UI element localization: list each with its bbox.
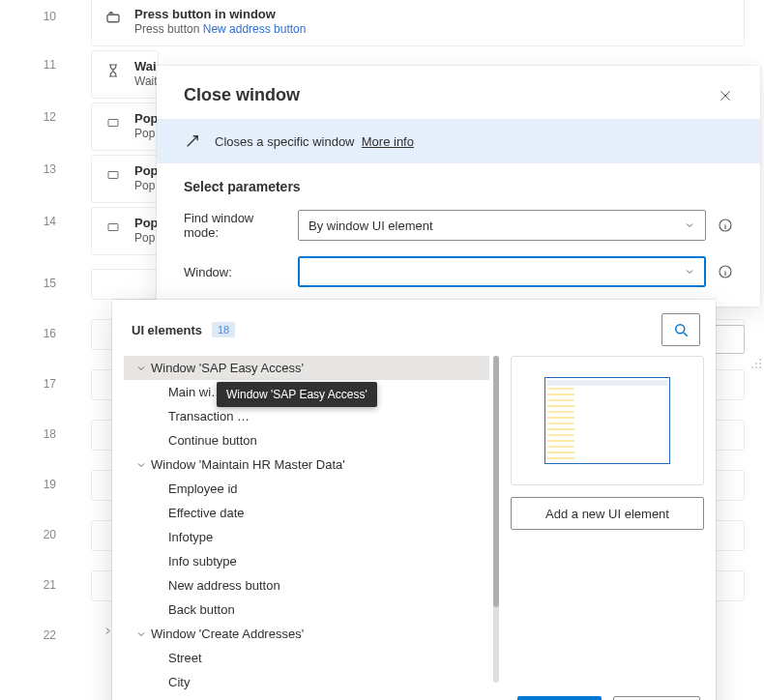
flow-step[interactable]: Pop Pop	[91, 102, 159, 151]
textbox-icon	[103, 165, 123, 185]
tree-item[interactable]: Back button	[124, 598, 489, 622]
window-dropdown[interactable]	[298, 256, 706, 287]
line-number: 22	[29, 628, 56, 642]
line-number: 19	[29, 478, 56, 491]
tree-item[interactable]: Infotype	[124, 525, 489, 549]
svg-point-8	[755, 366, 757, 368]
modal-title: Close window	[184, 85, 300, 105]
ui-elements-count: 18	[212, 322, 235, 337]
tree-item[interactable]: City	[124, 670, 489, 694]
chevron-down-icon	[133, 628, 149, 640]
tree-item[interactable]: Effective date	[124, 501, 489, 525]
tree-group[interactable]: Window 'Create Addresses'	[124, 622, 489, 646]
line-number: 13	[29, 162, 56, 176]
more-info-link[interactable]: More info	[362, 134, 414, 149]
svg-point-5	[755, 363, 757, 365]
svg-rect-1	[108, 120, 118, 127]
tree-item[interactable]: Transaction …	[124, 404, 489, 428]
chevron-down-icon	[133, 363, 149, 374]
close-icon[interactable]	[718, 88, 733, 103]
tree-item[interactable]: Info subtype	[124, 549, 489, 573]
line-number: 20	[29, 528, 56, 541]
cancel-button[interactable]: Cancel	[613, 696, 700, 700]
step-title: Pop	[134, 111, 144, 126]
svg-rect-2	[108, 172, 118, 179]
tooltip: Window 'SAP Easy Access'	[217, 382, 377, 407]
svg-point-4	[759, 359, 761, 361]
action-description: Closes a specific window More info	[157, 119, 760, 163]
preview-thumbnail	[544, 377, 670, 464]
find-mode-label: Find window mode:	[184, 211, 286, 240]
svg-rect-3	[108, 224, 118, 231]
add-ui-element-button[interactable]: Add a new UI element	[511, 497, 704, 530]
step-subtitle: Pop	[134, 127, 144, 140]
tree-group-label: Window 'Maintain HR Master Data'	[149, 457, 345, 472]
hourglass-icon	[103, 61, 123, 80]
resize-handle-icon[interactable]	[750, 356, 764, 369]
step-subtitle: Press button New address button	[134, 22, 730, 36]
window-label: Window:	[184, 265, 286, 279]
tree-group[interactable]: Window 'Maintain HR Master Data'	[124, 452, 489, 477]
chevron-down-icon	[133, 459, 149, 471]
flow-step[interactable]: Press button in window Press button New …	[91, 0, 745, 46]
flow-step[interactable]: Pop Pop	[91, 155, 159, 203]
line-number: 11	[29, 58, 56, 72]
tree-group-label: Window 'Create Addresses'	[149, 627, 304, 641]
line-number: 12	[29, 110, 56, 124]
tree-item[interactable]: Continue button	[124, 428, 489, 452]
flow-step[interactable]: Pop Pop	[91, 207, 159, 255]
step-title: Pop	[134, 216, 144, 230]
chevron-down-icon	[684, 266, 695, 277]
tree-item[interactable]: New address button	[124, 573, 489, 598]
line-number: 14	[29, 215, 56, 228]
element-preview	[511, 356, 704, 485]
info-icon[interactable]	[718, 218, 733, 233]
svg-point-6	[759, 363, 761, 365]
svg-point-7	[751, 366, 753, 368]
tree-item[interactable]: Employee id	[124, 477, 489, 501]
line-number: 17	[29, 377, 56, 391]
find-mode-dropdown[interactable]: By window UI element	[298, 210, 706, 241]
textbox-icon	[103, 218, 123, 237]
svg-point-9	[759, 366, 761, 368]
tree-group-label: Window 'SAP Easy Access'	[149, 361, 304, 375]
tree-item[interactable]: Street	[124, 646, 489, 670]
close-window-icon	[184, 132, 201, 150]
params-heading: Select parameters	[157, 163, 760, 202]
action-description-text: Closes a specific window	[215, 134, 355, 149]
chevron-down-icon	[684, 219, 695, 231]
ui-elements-popup: UI elements 18 Window 'SAP Easy Access' …	[112, 300, 716, 700]
select-button[interactable]: Select	[517, 696, 602, 700]
button-press-icon	[103, 9, 123, 28]
step-title: Pop	[134, 163, 144, 178]
line-number: 18	[29, 427, 56, 441]
step-title: Press button in window	[134, 7, 730, 21]
step-title: Wai	[134, 59, 144, 73]
flow-step[interactable]: Wai Wait	[91, 50, 159, 99]
svg-point-12	[676, 325, 685, 334]
textbox-icon	[103, 113, 123, 132]
line-number: 15	[29, 277, 56, 290]
step-subtitle: Wait	[134, 74, 144, 88]
find-mode-value: By window UI element	[309, 219, 433, 233]
search-button[interactable]	[661, 313, 700, 346]
line-number: 10	[29, 10, 56, 23]
tree-group[interactable]: Window 'SAP Easy Access'	[124, 356, 489, 380]
close-window-modal: Close window Closes a specific window Mo…	[157, 66, 760, 306]
step-subtitle: Pop	[134, 231, 144, 245]
svg-rect-0	[107, 15, 119, 22]
step-subtitle: Pop	[134, 179, 144, 192]
line-number: 16	[29, 327, 56, 340]
ui-elements-title: UI elements	[132, 323, 202, 337]
line-number: 21	[29, 578, 56, 592]
scrollbar[interactable]	[493, 356, 499, 683]
info-icon[interactable]	[718, 264, 733, 279]
